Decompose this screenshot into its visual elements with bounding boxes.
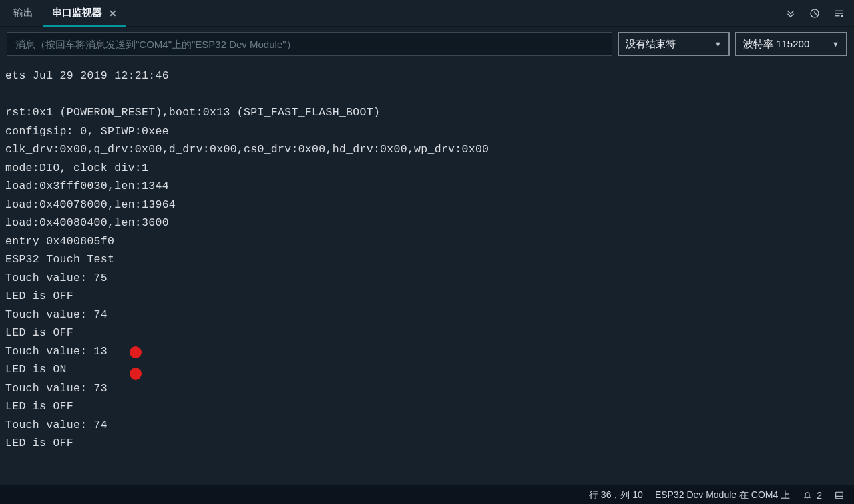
cursor-position: 行 36，列 10 (589, 489, 643, 501)
clock-icon[interactable] (809, 7, 821, 19)
chevron-down-icon: ▼ (714, 40, 722, 48)
annotation-dot (130, 368, 142, 380)
toolbar-icons (785, 0, 854, 26)
dropdown-label: 波特率 115200 (743, 38, 809, 51)
panel-toggle[interactable] (834, 490, 845, 501)
console-text: ets Jul 29 2019 12:21:46 rst:0x1 (POWERO… (5, 67, 849, 453)
tab-serial-monitor[interactable]: 串口监视器 ✕ (43, 0, 126, 26)
status-bar: 行 36，列 10 ESP32 Dev Module 在 COM4 上 2 (0, 485, 854, 504)
close-icon[interactable]: ✕ (109, 8, 117, 19)
serial-toolbar: 没有结束符 ▼ 波特率 115200 ▼ (0, 27, 854, 61)
tab-output[interactable]: 输出 (4, 0, 43, 26)
line-ending-dropdown[interactable]: 没有结束符 ▼ (618, 32, 730, 56)
notification-count: 2 (817, 490, 822, 501)
clear-lines-icon[interactable] (833, 7, 845, 19)
panel-icon (834, 490, 845, 501)
message-input[interactable] (7, 32, 612, 56)
tab-strip: 输出 串口监视器 ✕ (0, 0, 854, 27)
board-status[interactable]: ESP32 Dev Module 在 COM4 上 (655, 489, 790, 501)
annotation-dot (130, 346, 142, 358)
tab-label: 串口监视器 (52, 7, 102, 19)
baud-rate-dropdown[interactable]: 波特率 115200 ▼ (735, 32, 847, 56)
tab-label: 输出 (13, 7, 33, 19)
svg-rect-7 (836, 492, 843, 498)
notifications[interactable]: 2 (802, 490, 822, 501)
console-output[interactable]: ets Jul 29 2019 12:21:46 rst:0x1 (POWERO… (0, 61, 854, 485)
bell-icon (802, 490, 813, 501)
tab-spacer (126, 0, 785, 26)
chevron-down-icon: ▼ (832, 40, 839, 48)
cursor-position-text: 行 36，列 10 (589, 489, 643, 501)
dropdown-label: 没有结束符 (626, 38, 676, 51)
expand-down-icon[interactable] (785, 7, 797, 19)
board-status-text: ESP32 Dev Module 在 COM4 上 (655, 489, 790, 501)
